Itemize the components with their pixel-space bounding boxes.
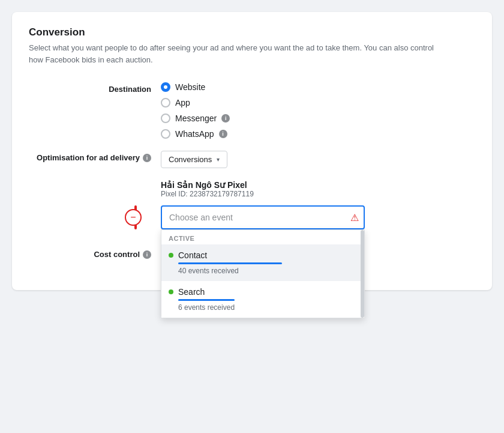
event-count-contact: 40 events received — [178, 267, 357, 275]
cost-control-info-icon[interactable]: i — [143, 250, 151, 259]
event-name-row-search: Search — [169, 287, 357, 297]
event-bar-contact — [178, 262, 282, 264]
green-dot-search — [169, 289, 173, 294]
scrollbar[interactable] — [361, 230, 364, 318]
event-item-contact[interactable]: Contact 40 events received — [161, 244, 364, 281]
chevron-down-icon: ▾ — [217, 156, 220, 163]
minus-button-wrapper: − — [125, 209, 142, 226]
radio-whatsapp[interactable] — [161, 129, 170, 139]
pixel-id: Pixel ID: 2238732179787119 — [161, 190, 475, 198]
event-chooser-input[interactable] — [161, 205, 365, 229]
messenger-info-icon[interactable]: i — [221, 114, 230, 123]
destination-row: Destination Website App Messenger i — [29, 82, 475, 139]
radio-app[interactable] — [161, 98, 170, 107]
event-list-scrollable[interactable]: Contact 40 events received Search 6 even… — [161, 244, 364, 318]
optimisation-label: Optimisation for ad delivery i — [29, 151, 161, 162]
event-name-contact: Contact — [178, 250, 207, 260]
destination-label: Destination — [29, 82, 161, 94]
pixel-section: Hải Sản Ngô Sư Pixel Pixel ID: 223873217… — [161, 180, 475, 198]
warning-icon: ⚠ — [350, 212, 359, 223]
event-name-row-contact: Contact — [169, 250, 357, 260]
radio-website[interactable] — [161, 82, 170, 92]
optimisation-dropdown[interactable]: Conversions ▾ — [161, 151, 227, 168]
event-name-search: Search — [178, 287, 205, 297]
cost-control-label: Cost control i — [29, 249, 161, 259]
event-dropdown-list: ACTIVE Contact 40 events received — [161, 229, 365, 318]
radio-messenger[interactable] — [161, 114, 170, 123]
destination-option-messenger[interactable]: Messenger i — [161, 114, 230, 123]
page-title: Conversion — [29, 26, 475, 38]
remove-event-button[interactable]: − — [125, 209, 142, 226]
event-chooser-wrapper: − ⚠ ACTIVE Contact 40 events — [161, 205, 365, 229]
optimisation-info-icon[interactable]: i — [143, 154, 151, 162]
optimisation-row: Optimisation for ad delivery i Conversio… — [29, 151, 475, 168]
active-section-label: ACTIVE — [161, 230, 364, 244]
destination-option-website[interactable]: Website — [161, 82, 230, 92]
event-count-search: 6 events received — [178, 303, 357, 312]
main-card: Conversion Select what you want people t… — [12, 12, 492, 290]
destination-option-app[interactable]: App — [161, 98, 230, 107]
whatsapp-info-icon[interactable]: i — [219, 130, 227, 138]
destination-radio-group: Website App Messenger i WhatsApp i — [161, 82, 230, 139]
green-dot-contact — [169, 253, 173, 258]
event-item-search[interactable]: Search 6 events received — [161, 281, 364, 318]
destination-option-whatsapp[interactable]: WhatsApp i — [161, 129, 230, 139]
page-description: Select what you want people to do after … — [29, 42, 437, 65]
event-bar-search — [178, 299, 235, 301]
pixel-name: Hải Sản Ngô Sư Pixel — [161, 180, 475, 190]
